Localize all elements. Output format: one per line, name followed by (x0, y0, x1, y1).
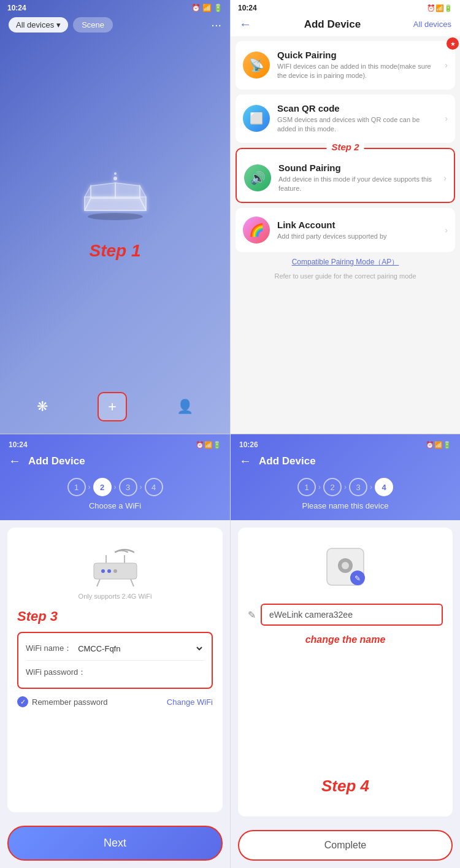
screen3-title: Add Device (28, 455, 85, 467)
compat-link[interactable]: Compatible Pairing Mode（AP） (236, 255, 455, 270)
status-bar-4: 10:26 ⏰📶🔋 (239, 439, 451, 450)
scan-qr-desc: GSM devices and devices with QR code can… (277, 115, 437, 134)
scan-qr-card[interactable]: ⬜ Scan QR code GSM devices and devices w… (236, 94, 455, 143)
bottom-nav: ❋ + 👤 (0, 386, 230, 434)
box-illustration (72, 155, 158, 229)
step-arrow-2: › (114, 483, 117, 491)
remember-row: ✓ Remember password Change WiFi (17, 696, 213, 707)
name-input-row: ✎ (248, 604, 443, 626)
remember-label: Remember password (32, 697, 108, 707)
wifi-password-label: WiFi password： (26, 667, 86, 678)
chevron-icon-4: › (445, 225, 448, 235)
step4-circle-1: 1 (297, 478, 316, 496)
link-account-desc: Add third party devices supported by (277, 232, 437, 241)
svg-point-19 (342, 562, 349, 569)
add-device-button[interactable]: + (98, 392, 127, 421)
remember-check[interactable]: ✓ (17, 696, 28, 707)
svg-line-11 (131, 579, 134, 586)
svg-marker-5 (115, 183, 140, 198)
more-button[interactable]: ··· (211, 18, 221, 32)
chevron-icon-2: › (445, 113, 448, 123)
svg-point-14 (113, 569, 117, 573)
link-account-icon: 🌈 (243, 217, 270, 244)
sound-pairing-title: Sound Pairing (278, 163, 436, 173)
quick-pairing-card[interactable]: ★ 📡 Quick Pairing WIFI devices can be ad… (236, 41, 455, 90)
time-2: 10:24 (238, 4, 257, 12)
complete-button[interactable]: Complete (238, 830, 453, 861)
next-button[interactable]: Next (7, 826, 223, 861)
screen-home: 10:24 ⏰ 📶 🔋 All devices ▾ Scene ··· (0, 0, 230, 434)
quick-pairing-icon: 📡 (243, 52, 270, 79)
chevron-down-icon: ▾ (56, 20, 61, 29)
screen3-body: Only supports 2.4G WiFi Step 3 WiFi name… (0, 520, 230, 820)
svg-line-10 (97, 579, 100, 586)
screen-name-device: 10:26 ⏰📶🔋 ← Add Device 1 › 2 › 3 › 4 Ple… (230, 434, 460, 868)
step-arrow-3: › (140, 483, 142, 491)
scene-button[interactable]: Scene (73, 17, 113, 33)
time-1: 10:24 (7, 4, 26, 12)
link-account-title: Link Account (277, 220, 437, 230)
back-button-3[interactable]: ← (9, 454, 21, 468)
step2-label: Step 2 (326, 142, 364, 153)
device-name-input[interactable] (261, 604, 443, 626)
all-devices-link[interactable]: All devices (413, 20, 451, 29)
edit-icon: ✎ (248, 609, 256, 621)
screen4-nav: ← Add Device (239, 450, 451, 472)
step1-label: Step 1 (89, 241, 140, 261)
chevron-icon-1: › (445, 60, 448, 70)
screen4-title: Add Device (259, 455, 316, 467)
status-bar-1: 10:24 ⏰ 📶 🔋 (0, 0, 230, 13)
svg-point-7 (114, 172, 117, 175)
screen2-header: ← Add Device All devices (231, 13, 460, 36)
sound-pairing-icon: 🔊 (244, 164, 271, 191)
wifi-only-label: Only supports 2.4G WiFi (79, 593, 152, 600)
step4-label: Step 4 (321, 777, 369, 796)
step-circle-1: 1 (67, 478, 86, 496)
back-button-4[interactable]: ← (239, 454, 251, 468)
quick-pairing-desc: WIFI devices can be added in this mode(m… (277, 62, 437, 81)
wifi-password-row: WiFi password： (26, 663, 204, 682)
router-illustration (85, 540, 146, 589)
step4-circle-4: 4 (375, 478, 393, 496)
compat-sub: Refer to user guide for the correct pair… (236, 270, 455, 285)
scan-qr-icon: ⬜ (243, 105, 270, 132)
apps-icon[interactable]: ❋ (37, 399, 48, 415)
status-icons-2: ⏰📶🔋 (427, 4, 453, 12)
step-circle-2: 2 (93, 478, 112, 496)
user-icon[interactable]: 👤 (177, 399, 193, 415)
plus-icon: + (108, 398, 117, 415)
screen4-body: ✎ ✎ change the name Step 4 (231, 520, 460, 824)
wifi-field-group: WiFi name： CMCC-Fqfn WiFi password： (17, 632, 213, 689)
time-4: 10:26 (239, 440, 258, 449)
screen3-nav: ← Add Device (9, 450, 221, 472)
status-bar-2: 10:24 ⏰📶🔋 (231, 0, 460, 13)
screen-choose-wifi: 10:24 ⏰📶🔋 ← Add Device 1 › 2 › 3 › 4 Cho… (0, 434, 230, 868)
step-subtitle-4: Please name this device (239, 501, 451, 510)
change-wifi-button[interactable]: Change WiFi (167, 697, 213, 707)
wifi-password-input[interactable] (90, 668, 204, 677)
wifi-name-select[interactable]: CMCC-Fqfn (75, 643, 204, 654)
step-circle-4: 4 (145, 478, 163, 496)
screen3-header: 10:24 ⏰📶🔋 ← Add Device 1 › 2 › 3 › 4 Cho… (0, 434, 230, 520)
sound-pairing-card[interactable]: Step 2 🔊 Sound Pairing Add device in thi… (236, 148, 455, 204)
svg-marker-3 (85, 197, 146, 210)
top-bar: All devices ▾ Scene ··· (0, 13, 230, 36)
all-devices-button[interactable]: All devices ▾ (9, 17, 68, 33)
svg-text:✎: ✎ (355, 574, 361, 583)
pairing-list: ★ 📡 Quick Pairing WIFI devices can be ad… (231, 36, 460, 434)
step-subtitle-3: Choose a WiFi (9, 501, 221, 510)
steps-row-3: 1 › 2 › 3 › 4 (9, 478, 221, 496)
home-content: Step 1 (0, 36, 230, 386)
wifi-name-label: WiFi name： (26, 643, 72, 654)
change-name-label: change the name (305, 634, 386, 645)
back-button-2[interactable]: ← (239, 17, 251, 31)
name-card: ✎ ✎ change the name Step 4 (238, 528, 453, 816)
step3-label: Step 3 (17, 609, 58, 624)
step-circle-3: 3 (119, 478, 137, 496)
quick-pairing-title: Quick Pairing (277, 50, 437, 60)
link-account-card[interactable]: 🌈 Link Account Add third party devices s… (236, 208, 455, 252)
star-badge: ★ (447, 37, 459, 50)
svg-marker-4 (91, 183, 115, 198)
steps-row-4: 1 › 2 › 3 › 4 (239, 478, 451, 496)
svg-point-8 (88, 213, 143, 220)
